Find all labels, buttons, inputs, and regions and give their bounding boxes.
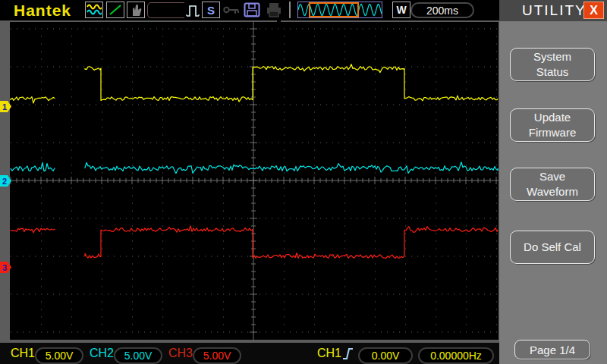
ch2-label: CH2 [90, 343, 114, 364]
hand-pan-button[interactable] [127, 2, 145, 18]
w-icon: W [396, 4, 406, 16]
ch1-scale-readout: 5.00V [35, 347, 83, 364]
floppy-save-icon [244, 2, 260, 17]
pulse-mode-button[interactable] [184, 2, 203, 18]
channel1-marker[interactable]: 1 [0, 101, 12, 112]
scope-graticule-and-traces [10, 22, 498, 340]
window-mode-button[interactable]: W [392, 2, 410, 18]
trigger-source-label: CH1 [317, 343, 341, 364]
menu-panel: UTILITY X System Status Update Firmware … [499, 0, 607, 364]
channel2-marker[interactable]: 2 [0, 175, 12, 187]
svg-text:2: 2 [2, 177, 7, 186]
brand-logo: Hantek [14, 2, 71, 20]
menu-header: UTILITY X [499, 0, 607, 21]
rising-edge-icon [342, 346, 354, 361]
hand-icon [128, 3, 143, 17]
close-button[interactable]: X [583, 2, 604, 19]
toolbar: Hantek S [0, 0, 499, 20]
svg-text:1: 1 [2, 102, 7, 111]
ch1-label: CH1 [11, 343, 35, 364]
oscilloscope-screen: Hantek S [0, 0, 607, 364]
system-status-button[interactable]: System Status [510, 48, 595, 81]
do-self-cal-button[interactable]: Do Self Cal [510, 231, 595, 264]
timebase-readout: 200ms [410, 2, 474, 18]
channel3-marker[interactable]: 3 [0, 262, 12, 273]
diagonal-line-icon [108, 3, 123, 17]
ch3-scale-readout: 5.00V [193, 347, 241, 364]
waves-icon [86, 3, 102, 17]
preview-selection-window[interactable] [309, 2, 359, 17]
ch2-scale-readout: 5.00V [114, 347, 162, 364]
print-button[interactable] [265, 2, 283, 18]
status-bar: CH1 5.00V CH2 5.00V CH3 5.00V CH1 0.00V … [0, 343, 499, 364]
menu-title: UTILITY [522, 2, 587, 19]
key-icon [223, 5, 241, 15]
svg-text:3: 3 [2, 263, 7, 272]
trigger-level-readout: 0.00V [358, 347, 413, 364]
page-indicator-button[interactable]: Page 1/4 [514, 340, 590, 359]
single-sequence-button[interactable]: S [202, 2, 220, 18]
s-icon: S [207, 4, 215, 17]
printer-icon [266, 2, 282, 17]
trigger-frequency-readout: 0.00000Hz [418, 347, 494, 364]
plot-frame: 1 2 3 [0, 20, 499, 343]
save-button[interactable] [243, 2, 261, 18]
trigger-position-marker[interactable] [277, 20, 281, 24]
waveform-display [10, 22, 498, 340]
update-firmware-button[interactable]: Update Firmware [510, 108, 595, 142]
ch3-label: CH3 [168, 343, 193, 364]
close-icon: X [590, 4, 598, 17]
waveform-channels-button[interactable] [85, 2, 103, 18]
toolbar-separator [289, 2, 291, 18]
cursor-line-button[interactable] [106, 2, 124, 18]
pulse-icon [185, 2, 202, 18]
waveform-preview[interactable] [297, 2, 382, 18]
lock-key-button[interactable] [223, 2, 241, 18]
save-waveform-button[interactable]: Save Waveform [510, 168, 595, 201]
